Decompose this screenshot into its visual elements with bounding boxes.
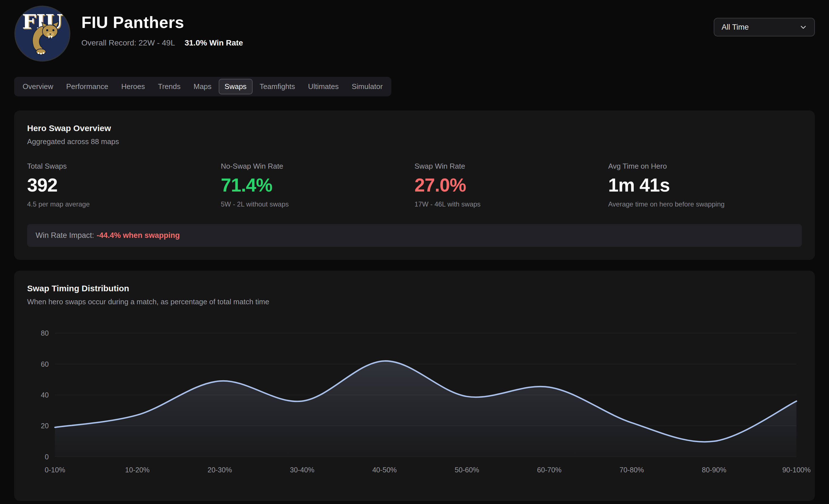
chart-y-tick-label: 0 [45, 453, 48, 461]
chart-x-tick-label: 40-50% [372, 466, 397, 474]
hero-swap-overview-card: Hero Swap Overview Aggregated across 88 … [14, 110, 815, 260]
stat-swap-winrate: Swap Win Rate 27.0% 17W - 46L with swaps [414, 162, 608, 208]
tab-overview[interactable]: Overview [17, 79, 59, 94]
stat-sub: 4.5 per map average [27, 200, 221, 208]
chart-x-tick-label: 70-80% [619, 466, 644, 474]
stat-sub: 5W - 2L without swaps [221, 200, 415, 208]
stat-avg-time-on-hero: Avg Time on Hero 1m 41s Average time on … [608, 162, 802, 208]
time-filter-select[interactable]: All Time [714, 18, 815, 36]
stat-value: 27.0% [414, 175, 608, 195]
stat-value: 1m 41s [608, 175, 802, 195]
time-filter-value: All Time [722, 23, 749, 32]
stat-sub: Average time on hero before swapping [608, 200, 802, 208]
tab-teamfights[interactable]: Teamfights [254, 79, 301, 94]
win-rate-impact-banner: Win Rate Impact:-44.4% when swapping [27, 224, 802, 247]
page-title: FIU Panthers [81, 14, 243, 31]
chart-x-tick-label: 30-40% [290, 466, 315, 474]
record-row: Overall Record: 22W - 49L 31.0% Win Rate [81, 38, 243, 47]
tab-ultimates[interactable]: Ultimates [302, 79, 345, 94]
impact-value: -44.4% when swapping [97, 231, 180, 240]
stat-label: Swap Win Rate [414, 162, 608, 171]
swap-timing-card: Swap Timing Distribution When hero swaps… [14, 271, 815, 501]
card-title: Hero Swap Overview [27, 123, 802, 133]
card-title: Swap Timing Distribution [27, 284, 802, 293]
stat-sub: 17W - 46L with swaps [414, 200, 608, 208]
stat-label: No-Swap Win Rate [221, 162, 415, 171]
tab-maps[interactable]: Maps [188, 79, 218, 94]
stat-label: Total Swaps [27, 162, 221, 171]
stats-row: Total Swaps 392 4.5 per map average No-S… [27, 162, 802, 208]
chart-x-tick-label: 0-10% [45, 466, 65, 474]
chart-x-tick-label: 10-20% [125, 466, 150, 474]
chart-x-tick-label: 20-30% [207, 466, 232, 474]
chart-x-tick-label: 50-60% [455, 466, 479, 474]
impact-label: Win Rate Impact: [36, 231, 94, 240]
stat-value: 392 [27, 175, 221, 195]
tab-trends[interactable]: Trends [152, 79, 186, 94]
overall-record-text: Overall Record: 22W - 49L [81, 38, 175, 47]
fiu-team-logo: FIU FIU [14, 5, 71, 62]
stat-label: Avg Time on Hero [608, 162, 802, 171]
chart-x-tick-label: 90-100% [782, 466, 811, 474]
chart-x-tick-label: 80-90% [702, 466, 726, 474]
stat-noswap-winrate: No-Swap Win Rate 71.4% 5W - 2L without s… [221, 162, 415, 208]
chart-y-tick-label: 40 [41, 391, 48, 399]
header: FIU FIU [14, 5, 815, 62]
chart-area-fill [55, 361, 796, 457]
tab-heroes[interactable]: Heroes [115, 79, 151, 94]
stat-value: 71.4% [221, 175, 415, 195]
chart-y-tick-label: 60 [41, 360, 48, 368]
chart-x-tick-label: 60-70% [537, 466, 562, 474]
stat-total-swaps: Total Swaps 392 4.5 per map average [27, 162, 221, 208]
tab-simulator[interactable]: Simulator [346, 79, 389, 94]
tab-swaps[interactable]: Swaps [219, 79, 253, 94]
tab-performance[interactable]: Performance [60, 79, 114, 94]
card-subtitle: Aggregated across 88 maps [27, 137, 802, 146]
chart-y-tick-label: 80 [41, 329, 48, 337]
team-header: FIU FIU [14, 5, 243, 62]
swaps-dashboard-page: FIU FIU [0, 0, 829, 501]
chart-y-tick-label: 20 [41, 422, 48, 430]
win-rate-text: 31.0% Win Rate [184, 38, 243, 47]
swap-timing-chart[interactable]: 0204060800-10%10-20%20-30%30-40%40-50%50… [27, 318, 802, 488]
team-info: FIU Panthers Overall Record: 22W - 49L 3… [81, 5, 243, 47]
card-subtitle: When hero swaps occur during a match, as… [27, 297, 802, 306]
chevron-down-icon [799, 23, 807, 31]
tabbar: Overview Performance Heroes Trends Maps … [14, 77, 391, 96]
